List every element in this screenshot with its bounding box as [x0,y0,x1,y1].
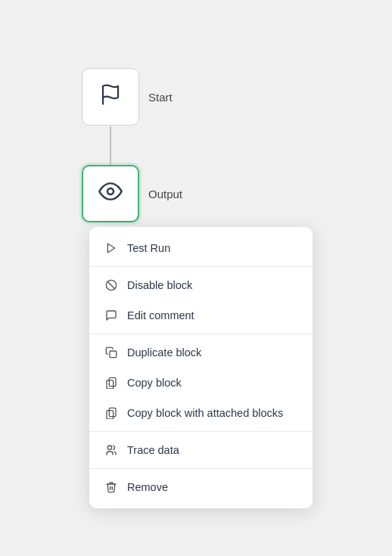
copy-attached-icon [104,406,118,420]
trash-icon [104,480,118,494]
duplicate-icon [104,346,118,359]
menu-item-edit-comment[interactable]: Edit comment [89,300,313,331]
menu-label-edit-comment: Edit comment [127,309,194,321]
svg-rect-6 [109,377,116,386]
menu-item-test-run[interactable]: Test Run [89,233,313,263]
svg-point-10 [107,446,111,449]
menu-item-duplicate[interactable]: Duplicate block [89,337,313,368]
svg-marker-2 [107,244,114,253]
menu-item-copy-attached[interactable]: Copy block with attached blocks [89,398,313,428]
output-label: Output [148,188,182,200]
start-block-box[interactable] [82,68,139,126]
output-block-box[interactable] [82,165,139,222]
divider-2 [89,334,313,334]
play-icon [104,241,118,255]
svg-rect-5 [110,351,117,358]
divider-1 [89,266,313,267]
start-block[interactable]: Start [82,68,173,126]
context-menu: Test Run Disable block Edit comment [89,227,313,508]
menu-item-disable[interactable]: Disable block [89,270,313,300]
menu-label-remove: Remove [127,481,168,493]
menu-item-copy[interactable]: Copy block [89,368,313,398]
output-block[interactable]: Output [82,165,182,222]
menu-label-duplicate: Duplicate block [127,346,201,359]
svg-rect-8 [109,408,116,416]
flag-icon [99,83,122,111]
menu-label-trace: Trace data [127,444,179,456]
start-label: Start [148,91,173,104]
svg-rect-9 [107,411,114,419]
menu-label-copy-attached: Copy block with attached blocks [127,407,283,419]
menu-item-trace[interactable]: Trace data [89,435,313,465]
eye-icon [98,179,123,209]
svg-point-1 [107,188,114,194]
disable-icon [104,278,118,292]
menu-item-remove[interactable]: Remove [89,472,313,502]
svg-line-4 [107,281,114,288]
trace-icon [104,443,118,457]
divider-4 [89,468,313,469]
menu-label-test-run: Test Run [127,242,170,254]
copy-icon [104,376,118,390]
svg-rect-7 [107,381,114,389]
menu-label-copy: Copy block [127,377,182,389]
menu-label-disable: Disable block [127,279,192,291]
canvas: Start Output Test Run [0,0,392,556]
divider-3 [89,431,313,432]
connector-line [110,126,111,167]
comment-icon [104,309,118,322]
